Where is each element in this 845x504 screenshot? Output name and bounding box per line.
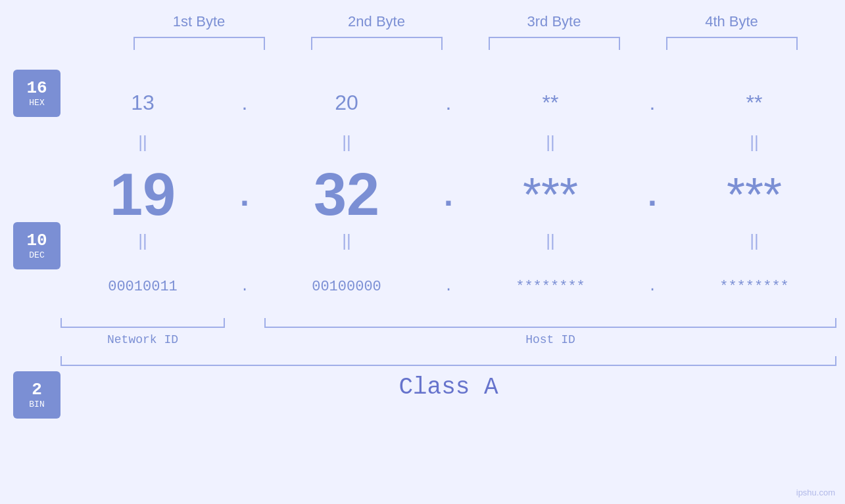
- dec-b3: ***: [468, 168, 633, 221]
- byte-headers: 1st Byte 2nd Byte 3rd Byte 4th Byte: [110, 13, 821, 30]
- bin-dot2: .: [429, 279, 468, 295]
- dec-dot2: .: [429, 175, 468, 214]
- bracket-b3: [489, 37, 620, 50]
- class-bracket: [60, 356, 836, 366]
- bin-dot1: .: [225, 279, 264, 295]
- bin-value: 2: [32, 380, 42, 400]
- hex-b4: **: [672, 91, 836, 115]
- left-badges: 16 HEX 10 DEC 2 BIN: [0, 63, 60, 419]
- bracket-b2: [311, 37, 443, 50]
- host-id-label: Host ID: [264, 333, 836, 346]
- byte2-header: 2nd Byte: [304, 13, 449, 30]
- dec-dot3: .: [633, 175, 672, 214]
- bin-dot3: .: [633, 279, 672, 295]
- dec-dot1: .: [225, 175, 264, 214]
- bin-b3: ********: [468, 279, 633, 295]
- main-container: 1st Byte 2nd Byte 3rd Byte 4th Byte 16 H…: [0, 0, 845, 504]
- eq2-b4: ||: [672, 231, 836, 251]
- bracket-b4: [666, 37, 798, 50]
- dec-b4: ***: [672, 168, 836, 221]
- host-bracket-line: [264, 318, 836, 328]
- hex-badge: 16 HEX: [13, 70, 60, 117]
- dec-label: DEC: [29, 251, 44, 260]
- byte1-header: 1st Byte: [127, 13, 272, 30]
- hex-dot1: .: [225, 91, 264, 115]
- hex-value: 16: [26, 79, 47, 98]
- bracket-gap1: [225, 318, 264, 328]
- watermark: ipshu.com: [796, 488, 835, 497]
- network-host-labels: Network ID Host ID: [60, 333, 836, 346]
- top-brackets: [110, 37, 821, 50]
- values-grid: 13 . 20 . ** . ** || || || || 19: [60, 63, 836, 401]
- hex-label: HEX: [29, 99, 44, 108]
- hex-b3: **: [468, 91, 633, 115]
- big-bottom-bracket: [60, 356, 836, 366]
- bin-b4: ********: [672, 279, 836, 295]
- bracket-b1: [133, 37, 265, 50]
- bin-bottom-brackets: [60, 318, 836, 328]
- dec-badge: 10 DEC: [13, 222, 60, 269]
- bin-badge: 2 BIN: [13, 371, 60, 419]
- bin-b1: 00010011: [60, 279, 225, 295]
- eq2-b2: ||: [264, 231, 429, 251]
- bin-b2: 00100000: [264, 279, 429, 295]
- equals-row-1: || || || ||: [60, 129, 836, 155]
- hex-row: 13 . 20 . ** . **: [60, 76, 836, 129]
- eq2-b3: ||: [468, 231, 633, 251]
- dec-b1: 19: [60, 165, 225, 224]
- eq1-b1: ||: [60, 132, 225, 152]
- equals-row-2: || || || ||: [60, 227, 836, 254]
- byte4-header: 4th Byte: [660, 13, 804, 30]
- bin-row: 00010011 . 00100000 . ******** . *******…: [60, 260, 836, 313]
- dec-value: 10: [26, 231, 47, 250]
- hex-b2: 20: [264, 91, 429, 115]
- eq1-b2: ||: [264, 132, 429, 152]
- dec-b2: 32: [264, 165, 429, 224]
- byte3-header: 3rd Byte: [482, 13, 627, 30]
- bin-label: BIN: [29, 400, 44, 409]
- network-id-label: Network ID: [60, 333, 225, 346]
- network-bracket-line: [60, 318, 225, 328]
- eq1-b3: ||: [468, 132, 633, 152]
- hex-b1: 13: [60, 91, 225, 115]
- hex-dot3: .: [633, 91, 672, 115]
- class-a-label: Class A: [60, 374, 836, 401]
- dec-row: 19 . 32 . *** . ***: [60, 162, 836, 227]
- hex-dot2: .: [429, 91, 468, 115]
- eq1-b4: ||: [672, 132, 836, 152]
- eq2-b1: ||: [60, 231, 225, 251]
